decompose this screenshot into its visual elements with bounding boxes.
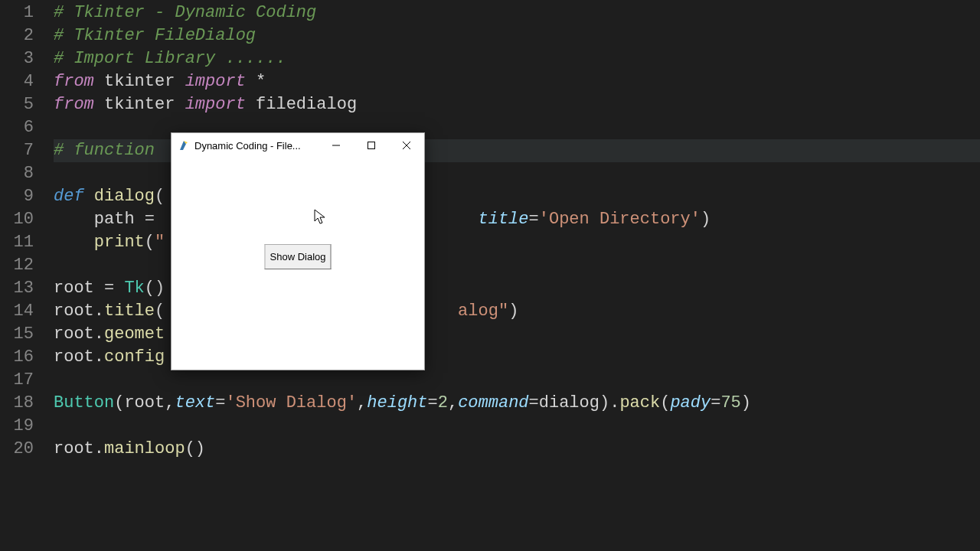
code-text: root <box>54 302 94 321</box>
code-text: . <box>609 393 619 412</box>
code-text: () <box>185 439 205 458</box>
code-text: = <box>710 393 720 412</box>
window-titlebar[interactable]: Dynamic Coding - File... <box>172 133 424 158</box>
line-number: 7 <box>0 139 34 162</box>
code-text: geomet <box>104 324 165 344</box>
line-number: 12 <box>0 254 34 277</box>
line-number-gutter: 1 2 3 4 5 6 7 8 9 10 11 12 13 14 15 16 1… <box>0 0 47 551</box>
code-text: " <box>155 233 165 252</box>
tkinter-feather-icon <box>178 139 190 152</box>
line-number: 4 <box>0 70 34 93</box>
code-text: () <box>145 279 165 298</box>
code-text: mainloop <box>104 439 185 458</box>
show-dialog-button[interactable]: Show Dialog <box>265 244 332 269</box>
code-text: from <box>54 95 94 114</box>
code-text: 2 <box>438 393 448 412</box>
code-text: config <box>104 347 165 367</box>
line-number: 11 <box>0 231 34 254</box>
code-text: = <box>94 279 125 298</box>
code-text: title <box>479 210 529 229</box>
line-number: 2 <box>0 24 34 47</box>
svg-rect-1 <box>368 142 375 149</box>
code-text: # Import Library ...... <box>54 49 286 68</box>
code-text: = <box>135 210 165 229</box>
line-number: 3 <box>0 47 34 70</box>
code-text: tkinter <box>94 95 185 114</box>
code-text: ) <box>508 302 518 321</box>
code-text: # Tkinter - Dynamic Coding <box>54 3 316 22</box>
code-text: . <box>94 324 104 344</box>
line-number: 16 <box>0 346 34 369</box>
code-text: pack <box>619 393 660 412</box>
code-text: . <box>94 302 104 321</box>
code-text: ( <box>155 302 165 321</box>
code-text: 'Show Dialog' <box>225 393 357 412</box>
code-text: , <box>448 393 458 412</box>
code-editor: 1 2 3 4 5 6 7 8 9 10 11 12 13 14 15 16 1… <box>0 0 980 551</box>
line-number: 1 <box>0 2 34 24</box>
code-text: command <box>458 393 528 412</box>
code-text: path <box>94 210 135 229</box>
window-title: Dynamic Coding - File... <box>194 140 318 152</box>
line-number: 6 <box>0 116 34 139</box>
code-text: dialog <box>84 187 155 206</box>
code-text: 75 <box>720 393 740 412</box>
code-text: title <box>104 302 155 321</box>
code-text: def <box>54 187 84 206</box>
minimize-button[interactable] <box>318 133 354 158</box>
code-text: root <box>54 439 94 458</box>
code-text: # Tkinter FileDialog <box>54 26 256 45</box>
code-text: alog" <box>458 302 508 321</box>
code-text: root <box>54 347 94 367</box>
line-number: 10 <box>0 208 34 231</box>
code-text: ( <box>145 233 155 252</box>
line-number: 15 <box>0 323 34 346</box>
code-text: ) <box>701 210 710 229</box>
code-text: ( <box>155 187 165 206</box>
code-text: . <box>94 347 104 367</box>
code-text: , <box>357 393 367 412</box>
code-text: Tk <box>124 279 144 298</box>
code-text: = <box>428 393 438 412</box>
code-text: tkinter <box>94 72 185 91</box>
code-text: text <box>175 393 215 412</box>
code-text: import <box>185 72 246 91</box>
code-text: import <box>185 95 246 114</box>
line-number: 8 <box>0 162 34 185</box>
line-number: 5 <box>0 93 34 116</box>
maximize-button[interactable] <box>354 133 389 158</box>
code-text: dialog <box>539 393 599 412</box>
code-text: ( <box>114 393 124 412</box>
line-number: 20 <box>0 438 34 461</box>
code-text: from <box>54 72 94 91</box>
code-text: Button <box>54 393 114 412</box>
tkinter-window[interactable]: Dynamic Coding - File... Show Dialog <box>171 132 425 370</box>
code-text: = <box>529 210 539 229</box>
line-number: 18 <box>0 392 34 415</box>
window-controls <box>318 133 424 158</box>
code-text: print <box>94 233 145 252</box>
line-number: 17 <box>0 369 34 392</box>
code-text: root <box>54 324 94 344</box>
line-number: 19 <box>0 415 34 438</box>
code-text: 'Open Directory' <box>539 210 701 229</box>
code-text: . <box>94 439 104 458</box>
code-text: # function <box>54 141 155 160</box>
line-number: 13 <box>0 277 34 300</box>
code-text: * <box>246 72 266 91</box>
code-text <box>54 210 94 229</box>
code-text: = <box>529 393 539 412</box>
code-text: root <box>124 393 165 412</box>
code-text: root <box>54 279 94 298</box>
code-text <box>54 233 94 252</box>
code-text: ) <box>599 393 609 412</box>
code-text: ) <box>741 393 751 412</box>
window-body: Show Dialog <box>172 158 424 370</box>
code-text: pady <box>670 393 710 412</box>
close-button[interactable] <box>389 133 424 158</box>
code-text: , <box>165 393 175 412</box>
code-text: = <box>215 393 225 412</box>
line-number: 9 <box>0 185 34 208</box>
code-text: filedialog <box>246 95 357 114</box>
code-text: height <box>367 393 427 412</box>
